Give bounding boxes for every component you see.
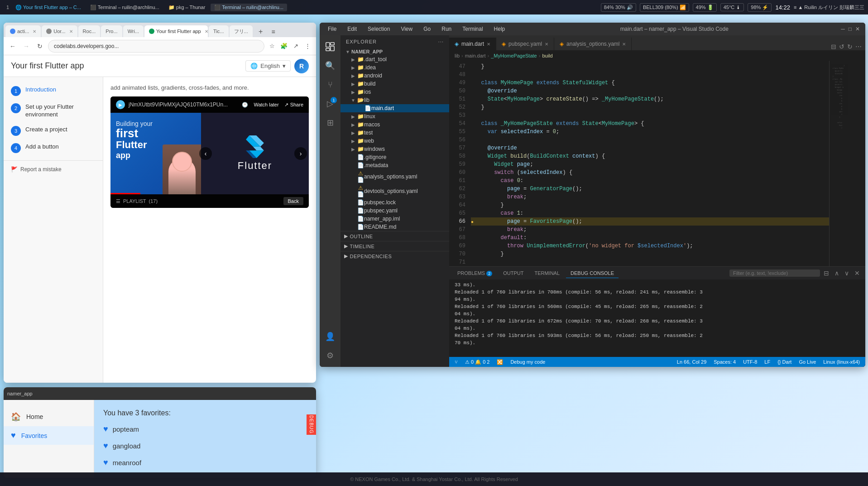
tree-macos[interactable]: ▶ 📁 macos	[340, 120, 449, 129]
tree-lib[interactable]: ▼ 📂 lib	[340, 96, 449, 104]
nav-home[interactable]: 🏠 Home	[4, 407, 94, 426]
panel-up-icon[interactable]: ∧	[833, 269, 841, 278]
menu-run[interactable]: Run	[439, 25, 454, 33]
tab-pubspec-close[interactable]: ✕	[545, 42, 548, 47]
menu-go[interactable]: Go	[421, 25, 433, 33]
video-prev-button[interactable]: ‹	[199, 147, 212, 160]
browser-tab-4[interactable]: Wri...	[123, 25, 144, 37]
panel-tab-problems[interactable]: PROBLEMS 2	[453, 269, 497, 278]
menu-terminal[interactable]: Terminal	[460, 25, 485, 33]
report-mistake-link[interactable]: 🚩 Report a mistake	[11, 166, 96, 173]
browser-tab-flutter[interactable]: Your first Flutter app ✕	[144, 25, 208, 37]
tab-close-flutter[interactable]: ✕	[205, 29, 208, 34]
close-icon[interactable]: ✕	[855, 26, 860, 32]
share-button[interactable]: ↗ Share	[284, 102, 303, 108]
terminal-filter-input[interactable]	[729, 269, 820, 277]
status-problems[interactable]: ⚠ 0 🔔 0 2	[463, 359, 491, 365]
taskbar-app-pkg[interactable]: 📁 pkg – Thunar	[165, 4, 209, 11]
taskbar-app-terminal2[interactable]: ⬛ Terminal – ruilin@archlinu...	[211, 4, 287, 11]
undo-icon[interactable]: ↺	[839, 43, 844, 50]
panel-down-icon[interactable]: ∨	[843, 269, 851, 278]
redo-icon[interactable]: ↻	[847, 43, 853, 50]
menu-help[interactable]: Help	[491, 25, 508, 33]
status-eol[interactable]: LF	[762, 359, 772, 365]
status-golive[interactable]: Go Live	[797, 359, 818, 365]
tree-readme[interactable]: 📄 README.md	[340, 223, 449, 231]
sidebar-step-1[interactable]: 1 Introduction	[4, 82, 103, 100]
taskbar-app-terminal1[interactable]: ⬛ Terminal – ruilin@archlinu...	[86, 4, 163, 11]
code-editor[interactable]: } class MyHomePage extends StatefulWidge…	[471, 61, 829, 266]
tab-main-close[interactable]: ✕	[487, 42, 490, 47]
tree-web[interactable]: ▶ 📁 web	[340, 137, 449, 145]
status-spaces[interactable]: Spaces: 4	[712, 359, 738, 365]
maximize-icon[interactable]: □	[849, 26, 852, 32]
tree-pubspec-lock[interactable]: 📄 pubspec.lock	[340, 198, 449, 207]
status-git-icon[interactable]: ⑂	[453, 359, 460, 365]
panel-layout-icon[interactable]: ⊟	[822, 269, 831, 278]
editor-tab-main[interactable]: ◈ main.dart ✕	[449, 38, 496, 50]
taskbar-app-browser[interactable]: 🌐 Your first Flutter app – C...	[12, 4, 85, 11]
sidebar-step-3[interactable]: 3 Create a project	[4, 122, 103, 140]
tree-dart-tool[interactable]: ▶ 📁 .dart_tool	[340, 55, 449, 63]
explorer-icon[interactable]	[322, 39, 338, 54]
tree-pubspec-yaml[interactable]: 📄 pubspec.yaml	[340, 207, 449, 215]
extensions-puzzle-icon[interactable]: 🧩	[279, 41, 289, 51]
browser-tab-5[interactable]: Tic...	[209, 25, 228, 37]
menu-file[interactable]: File	[325, 25, 339, 33]
status-language[interactable]: {} Dart	[776, 359, 793, 365]
panel-tab-output[interactable]: OUTPUT	[499, 269, 528, 278]
browser-tab-6[interactable]: フリ...	[230, 25, 253, 37]
status-platform[interactable]: Linux (linux-x64)	[821, 359, 862, 365]
settings-icon[interactable]: ⋮	[302, 41, 312, 51]
sidebar-step-2[interactable]: 2 Set up your Flutter environment	[4, 100, 103, 122]
editor-tab-analysis[interactable]: ◈ analysis_options.yaml ✕	[554, 38, 632, 50]
browser-tab-1[interactable]: Uor... ✕	[42, 25, 77, 37]
run-debug-icon[interactable]: ▷ 1	[322, 96, 338, 111]
tab-menu-btn[interactable]: ≡	[268, 26, 279, 37]
tab-close-0[interactable]: ✕	[33, 29, 36, 34]
search-icon[interactable]: 🔍	[322, 58, 338, 73]
settings-gear-icon[interactable]: ⚙	[322, 348, 338, 363]
tree-linux[interactable]: ▶ 📁 linux	[340, 112, 449, 120]
video-next-button[interactable]: ›	[294, 147, 307, 160]
bookmark-star-icon[interactable]: ☆	[267, 41, 277, 51]
panel-tab-terminal[interactable]: TERMINAL	[530, 269, 564, 278]
share-icon[interactable]: ↗	[291, 41, 301, 51]
status-sync[interactable]: 🔀	[495, 359, 505, 365]
extensions-icon[interactable]: ⊞	[322, 115, 338, 130]
tree-ios[interactable]: ▶ 📁 ios	[340, 88, 449, 96]
status-debug[interactable]: Debug my code	[508, 359, 547, 365]
breadcrumb-maindart[interactable]: main.dart	[465, 53, 486, 58]
browser-tab-3[interactable]: Pro...	[101, 25, 122, 37]
user-avatar[interactable]: R	[294, 59, 309, 73]
tree-iml[interactable]: 📄 namer_app.iml	[340, 215, 449, 223]
browser-tab-0[interactable]: acti... ✕	[5, 25, 41, 37]
breadcrumb-state[interactable]: _MyHomePageState	[491, 53, 537, 58]
language-selector[interactable]: 🌐 English ▾	[245, 60, 291, 72]
watch-later-button[interactable]: Watch later	[254, 102, 278, 108]
timeline-header[interactable]: ▶ TIMELINE	[340, 241, 449, 251]
panel-close-icon[interactable]: ✕	[853, 269, 862, 278]
new-tab-btn[interactable]: +	[255, 26, 266, 37]
dependencies-header[interactable]: ▶ DEPENDENCIES	[340, 251, 449, 261]
tab-analysis-close[interactable]: ✕	[622, 42, 626, 47]
tree-windows[interactable]: ▶ 📁 windows	[340, 145, 449, 153]
tree-idea[interactable]: ▶ 📁 .idea	[340, 63, 449, 72]
menu-view[interactable]: View	[398, 25, 415, 33]
tree-main-dart[interactable]: 📄 main.dart	[340, 104, 449, 112]
split-editor-icon[interactable]: ⊟	[831, 43, 836, 50]
tree-devtools[interactable]: ⚠📄 devtools_options.yaml	[340, 184, 449, 198]
menu-edit[interactable]: Edit	[345, 25, 360, 33]
status-ln-col[interactable]: Ln 66, Col 29	[675, 359, 708, 365]
breadcrumb-lib[interactable]: lib	[455, 53, 460, 58]
explorer-more-icon[interactable]: ···	[438, 39, 444, 44]
forward-button[interactable]: →	[21, 41, 32, 52]
reload-button[interactable]: ↻	[34, 41, 45, 52]
outline-header[interactable]: ▶ OUTLINE	[340, 231, 449, 241]
nav-favorites[interactable]: ♥ Favorites	[4, 426, 94, 445]
workspace-number[interactable]: 1	[4, 5, 12, 10]
tree-gitignore[interactable]: 📄 .gitignore	[340, 153, 449, 161]
breadcrumb-build[interactable]: build	[542, 53, 552, 58]
video-progress-bar[interactable]	[110, 193, 140, 194]
more-actions-icon[interactable]: ⋯	[855, 43, 862, 50]
